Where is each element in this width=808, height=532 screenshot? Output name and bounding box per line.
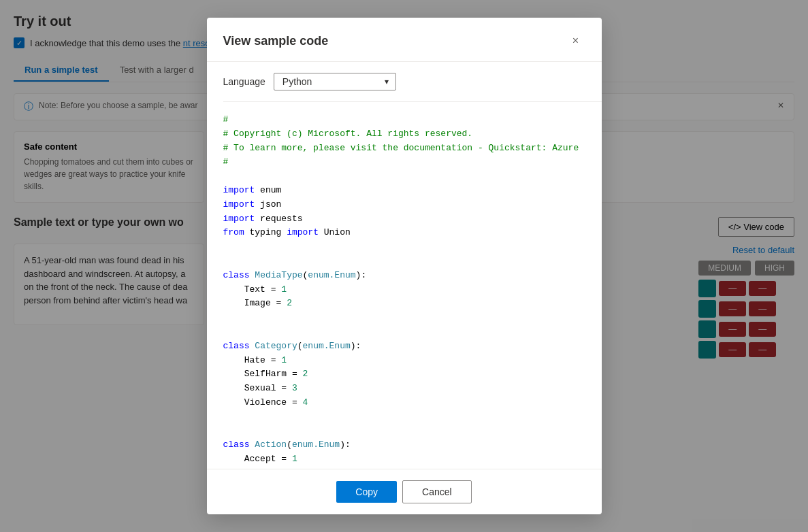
language-value: Python xyxy=(282,76,312,87)
modal-title: View sample code xyxy=(223,34,329,48)
chevron-down-icon: ▾ xyxy=(385,77,389,86)
language-row: Language Python ▾ xyxy=(207,62,602,101)
language-dropdown[interactable]: Python ▾ xyxy=(274,73,396,90)
modal-header: View sample code × xyxy=(207,18,602,62)
modal-close-button[interactable]: × xyxy=(566,31,585,50)
language-label: Language xyxy=(223,76,265,87)
cancel-button[interactable]: Cancel xyxy=(402,480,472,503)
modal-footer: Copy Cancel xyxy=(207,469,602,514)
view-sample-code-modal: View sample code × Language Python ▾ # #… xyxy=(207,18,602,514)
code-block: # # Copyright (c) Microsoft. All rights … xyxy=(223,102,596,469)
copy-button[interactable]: Copy xyxy=(336,481,397,503)
code-display-area[interactable]: # # Copyright (c) Microsoft. All rights … xyxy=(223,101,602,469)
